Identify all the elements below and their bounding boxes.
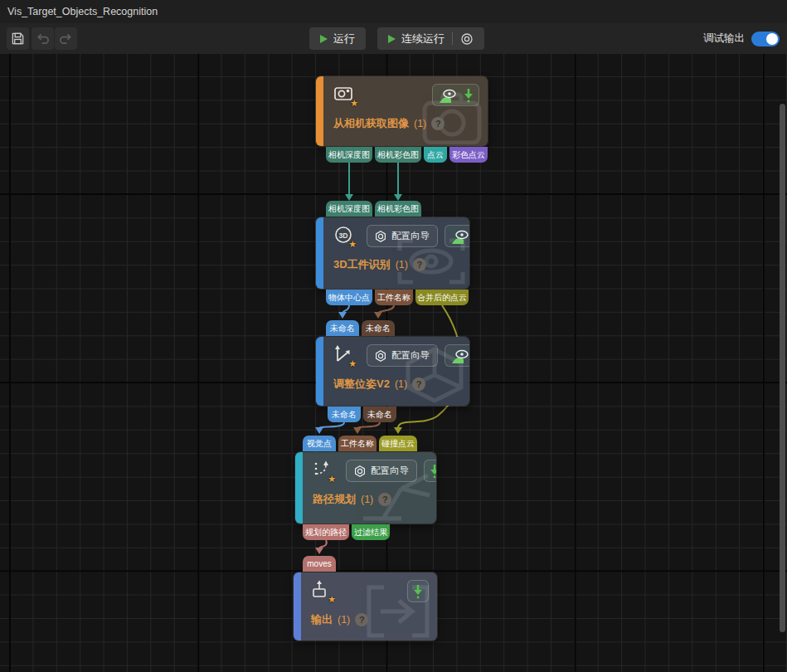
port-output[interactable]: 点云: [424, 147, 447, 163]
debug-output-label: 调试输出: [703, 32, 745, 46]
node-run-count: (1): [414, 118, 426, 129]
svg-text:3D: 3D: [339, 231, 348, 240]
help-badge[interactable]: ?: [378, 493, 391, 506]
star-badge-icon: ★: [348, 240, 357, 249]
port-input[interactable]: 视觉点: [303, 436, 336, 451]
node-accent-bar: [316, 76, 323, 146]
redo-icon: [59, 32, 73, 46]
node-run-count: (1): [396, 259, 408, 270]
visualization-eye-icon[interactable]: [450, 228, 469, 245]
port-input[interactable]: 工件名称: [338, 436, 376, 451]
port-input[interactable]: 未命名: [326, 320, 359, 336]
help-badge[interactable]: ?: [412, 377, 425, 391]
node-accent-bar: [294, 572, 301, 640]
node-adjust-pose-v2[interactable]: ★ 配置向导: [315, 336, 470, 407]
port-output[interactable]: 相机彩色图: [375, 147, 421, 163]
wizard-gear-icon: [375, 350, 386, 362]
collapse-arrow-icon[interactable]: [430, 463, 436, 480]
continuous-run-button[interactable]: 连续运行: [377, 27, 484, 50]
run-label: 运行: [333, 32, 355, 46]
collapse-arrow-icon[interactable]: [464, 87, 474, 104]
port-output[interactable]: 相机深度图: [326, 147, 372, 163]
toggle-knob: [766, 33, 778, 45]
node-title: 输出: [311, 612, 333, 627]
path-planning-icon: ★: [313, 460, 333, 481]
output-icon: ★: [311, 580, 333, 601]
port-input[interactable]: 相机深度图: [326, 201, 372, 217]
port-output[interactable]: 物体中心点: [326, 290, 372, 305]
vertical-scrollbar[interactable]: [780, 104, 785, 632]
visualization-eye-icon[interactable]: [438, 87, 458, 104]
star-badge-icon: ★: [348, 359, 357, 368]
node-3d-workpiece-recognition[interactable]: 3D ★ 配置向导: [315, 217, 470, 290]
save-icon: [11, 32, 25, 46]
wizard-gear-icon: [354, 465, 366, 477]
camera-icon: ★: [333, 84, 355, 105]
save-button[interactable]: [7, 27, 29, 50]
toolbar: 运行 连续运行 调试输出: [0, 23, 787, 54]
node-capture-image-from-camera[interactable]: ★ 从相机获取图像 (1) ?: [315, 75, 488, 147]
node-run-count: (1): [395, 378, 407, 390]
config-wizard-button[interactable]: 配置向导: [367, 225, 438, 247]
star-badge-icon: ★: [350, 99, 358, 108]
port-input[interactable]: 相机彩色图: [375, 201, 421, 217]
adjust-pose-axes-icon: ★: [333, 344, 353, 366]
config-wizard-button[interactable]: 配置向导: [367, 344, 438, 367]
node-run-count: (1): [361, 494, 373, 505]
port-output[interactable]: 彩色点云: [449, 147, 488, 163]
node-title: 3D工件识别: [333, 257, 391, 272]
window-titlebar: Vis_Target_Objects_Recognition: [0, 0, 787, 23]
collapse-arrow-icon[interactable]: [413, 583, 423, 600]
star-badge-icon: ★: [328, 475, 336, 484]
port-output[interactable]: 过滤结果: [352, 524, 390, 540]
redo-button[interactable]: [55, 27, 77, 50]
config-wizard-button[interactable]: 配置向导: [346, 460, 417, 482]
graph-canvas[interactable]: ★ 从相机获取图像 (1) ? 相机深度图 相机: [0, 54, 787, 672]
run-settings-gear-icon[interactable]: [460, 32, 474, 46]
star-badge-icon: ★: [328, 595, 336, 604]
visualization-eye-icon[interactable]: [450, 348, 469, 364]
undo-button[interactable]: [32, 27, 54, 50]
port-output[interactable]: 规划的路径: [303, 524, 349, 540]
node-accent-bar: [316, 217, 323, 289]
port-input[interactable]: moves: [303, 556, 336, 572]
run-button[interactable]: 运行: [309, 27, 366, 50]
wizard-gear-icon: [375, 231, 386, 242]
node-path-planning[interactable]: ★ 配置向导 路径规划 (1) ?: [294, 451, 437, 524]
node-accent-bar: [295, 452, 303, 523]
help-badge[interactable]: ?: [355, 613, 368, 626]
port-output[interactable]: 工件名称: [375, 290, 413, 305]
port-input[interactable]: 未命名: [362, 320, 395, 336]
node-output[interactable]: ★ 输出 (1) ?: [293, 572, 438, 641]
divider: [452, 32, 453, 45]
node-title: 路径规划: [313, 492, 356, 507]
continuous-run-label: 连续运行: [401, 32, 445, 46]
help-badge[interactable]: ?: [413, 258, 426, 271]
3d-recognition-icon: 3D ★: [333, 225, 353, 246]
help-badge[interactable]: ?: [431, 117, 445, 130]
node-title: 调整位姿V2: [333, 377, 390, 392]
play-icon: [320, 35, 328, 43]
debug-output-toggle[interactable]: [751, 32, 780, 46]
port-output[interactable]: 合并后的点云: [415, 290, 469, 305]
node-title: 从相机获取图像: [333, 116, 409, 131]
node-run-count: (1): [338, 614, 350, 626]
node-accent-bar: [316, 337, 323, 406]
port-output[interactable]: 未命名: [328, 407, 361, 422]
port-input[interactable]: 碰撞点云: [379, 436, 417, 451]
port-output[interactable]: 未命名: [363, 407, 396, 422]
window-title: Vis_Target_Objects_Recognition: [7, 6, 158, 17]
undo-icon: [36, 32, 50, 46]
play-icon: [388, 35, 396, 43]
